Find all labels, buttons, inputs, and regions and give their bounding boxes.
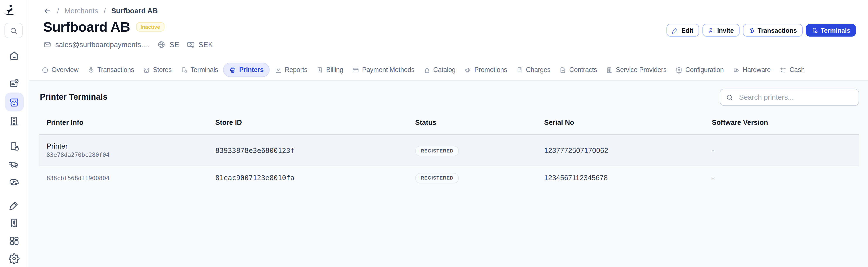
tab-overview[interactable]: Overview: [38, 62, 82, 77]
title-row: Surfboard AB Inactive: [43, 19, 164, 35]
status-badge: Inactive: [136, 22, 164, 32]
sidebar-search-button[interactable]: [4, 23, 23, 38]
sidebar-item-apps[interactable]: [6, 232, 23, 249]
tab-service-providers[interactable]: Service Providers: [602, 62, 671, 77]
sidebar-item-terminals[interactable]: [6, 138, 23, 155]
tab-label: Charges: [526, 66, 551, 74]
sidebar-nav: [0, 38, 28, 267]
tab-reports[interactable]: Reports: [271, 62, 311, 77]
tab-promotions[interactable]: Promotions: [461, 62, 511, 77]
column-header-status: Status: [415, 119, 544, 127]
gear-icon: [675, 66, 683, 74]
terminal-lock-icon: [811, 27, 818, 33]
transactions-button[interactable]: Transactions: [743, 24, 802, 36]
math-operations-icon: [779, 66, 787, 74]
tab-label: Hardware: [743, 66, 771, 74]
megaphone-icon: [465, 66, 472, 74]
merchant-email: sales@surfboardpayments....: [43, 41, 149, 49]
tab-stores[interactable]: Stores: [139, 62, 176, 77]
merchant-country: SE: [157, 41, 179, 49]
currency-text: SEK: [198, 41, 213, 49]
tab-charges[interactable]: Charges: [512, 62, 555, 77]
sidebar-item-billing[interactable]: [6, 214, 23, 231]
printer-serial: 83e78da270bc280f04: [46, 151, 215, 159]
surfer-logo-icon[interactable]: [2, 3, 17, 18]
status-badge: REGISTERED: [415, 173, 459, 183]
sidebar-item-editor[interactable]: [6, 197, 23, 213]
tab-transactions[interactable]: Transactions: [84, 62, 138, 77]
transactions-button-label: Transactions: [757, 27, 797, 33]
sidebar-item-home[interactable]: [6, 47, 23, 64]
column-header-software-version: Software Version: [712, 119, 859, 127]
software-version: -: [712, 146, 859, 155]
tab-printers[interactable]: Printers: [223, 62, 270, 77]
back-button[interactable]: [43, 6, 52, 15]
tab-contracts[interactable]: Contracts: [556, 62, 601, 77]
document-icon: [559, 66, 566, 74]
pen-icon: [8, 199, 20, 211]
gear-icon: [8, 252, 20, 264]
printers-panel: Printer Terminals Printer Info Store ID …: [29, 81, 868, 267]
store-icon: [8, 96, 20, 108]
terminals-button[interactable]: Terminals: [806, 24, 856, 36]
printers-search: [720, 89, 859, 106]
tab-configuration[interactable]: Configuration: [672, 62, 728, 77]
serial-no: 1237772507170062: [544, 146, 712, 155]
breadcrumb-merchants[interactable]: Merchants: [64, 6, 98, 15]
tab-label: Catalog: [433, 66, 455, 74]
table-header-row: Printer Info Store ID Status Serial No S…: [39, 111, 859, 135]
tab-label: Stores: [153, 66, 172, 74]
receipt-dollar-icon: [8, 217, 20, 229]
store-id: 81eac9007123e8010fa: [215, 173, 415, 182]
sidebar-item-settings[interactable]: [6, 250, 23, 267]
tab-label: Promotions: [474, 66, 507, 74]
sidebar-item-onboarding[interactable]: [6, 75, 23, 91]
printer-name: Printer: [46, 142, 215, 151]
info-circle-icon: [41, 66, 49, 74]
arrow-left-icon: [43, 6, 52, 15]
store-icon: [143, 66, 150, 74]
column-header-store-id: Store ID: [215, 119, 415, 127]
terminals-button-label: Terminals: [821, 27, 850, 33]
shopping-bag-icon: [423, 66, 431, 74]
edit-button[interactable]: Edit: [666, 24, 699, 36]
mail-icon: [43, 41, 52, 49]
document-check-icon: [8, 77, 20, 89]
status-badge: REGISTERED: [415, 145, 459, 156]
tab-label: Configuration: [685, 66, 723, 74]
sidebar-item-organizations[interactable]: [6, 112, 23, 129]
tab-catalog[interactable]: Catalog: [420, 62, 460, 77]
breadcrumb-separator: /: [57, 6, 59, 15]
column-header-serial-no: Serial No: [544, 119, 712, 127]
tab-cash[interactable]: Cash: [776, 62, 808, 77]
user-plus-icon: [708, 27, 714, 33]
tab-payment-methods[interactable]: Payment Methods: [348, 62, 418, 77]
sidebar-item-merchants[interactable]: [5, 92, 24, 111]
tab-billing[interactable]: Billing: [312, 62, 347, 77]
table-row[interactable]: Printer 83e78da270bc280f04 83933878e3e68…: [39, 135, 859, 166]
tab-terminals[interactable]: Terminals: [177, 62, 222, 77]
truck-return-icon: [8, 176, 20, 188]
table-row[interactable]: 838cbf568df1900804 81eac9007123e8010fa R…: [39, 166, 859, 189]
terminal-lock-icon: [8, 140, 20, 152]
pen-icon: [672, 27, 678, 33]
sidebar-item-deliveries[interactable]: [6, 156, 23, 172]
tab-label: Contracts: [569, 66, 597, 74]
edit-button-label: Edit: [681, 27, 693, 33]
search-icon: [726, 94, 734, 101]
invite-button[interactable]: Invite: [702, 24, 739, 36]
breadcrumb: / Merchants / Surfboard AB: [43, 6, 158, 15]
printers-table: Printer Info Store ID Status Serial No S…: [39, 111, 859, 189]
breadcrumb-separator: /: [104, 6, 106, 15]
tab-label: Payment Methods: [362, 66, 414, 74]
printers-search-input[interactable]: [738, 92, 853, 102]
globe-icon: [157, 41, 165, 49]
money-bag-icon: [87, 66, 95, 74]
sidebar-item-returns[interactable]: [6, 173, 23, 190]
tab-hardware[interactable]: Hardware: [729, 62, 775, 77]
merchant-currency: SEK: [186, 41, 213, 49]
home-icon: [8, 50, 20, 61]
chart-line-icon: [275, 66, 282, 74]
tab-label: Transactions: [97, 66, 134, 74]
terminal-lock-icon: [180, 66, 188, 74]
